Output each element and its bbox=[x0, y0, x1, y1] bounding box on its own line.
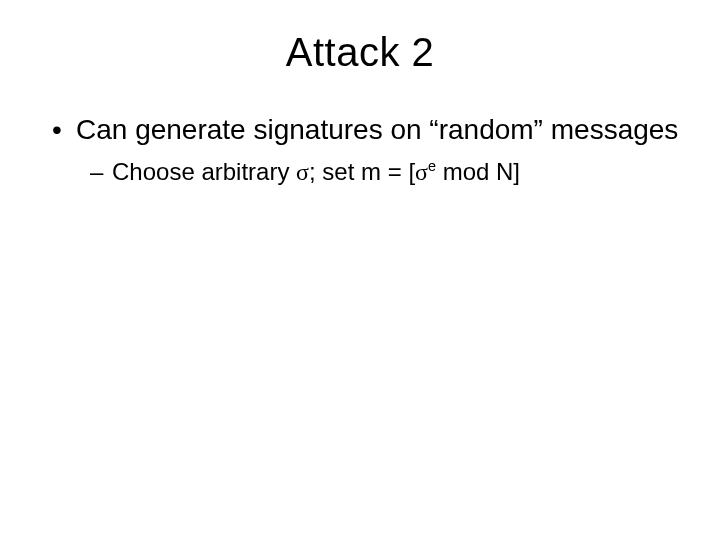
bullet-text: ; set m = [ bbox=[309, 158, 415, 185]
slide: Attack 2 Can generate signatures on “ran… bbox=[0, 0, 720, 540]
bullet-text: Can generate signatures on bbox=[76, 114, 429, 145]
bullet-text: messages bbox=[543, 114, 678, 145]
bullet-text: mod N] bbox=[436, 158, 520, 185]
superscript-e: e bbox=[428, 158, 436, 174]
bullet-level-1: Can generate signatures on “random” mess… bbox=[52, 113, 680, 147]
slide-title: Attack 2 bbox=[40, 30, 680, 75]
bullet-text: “random” bbox=[429, 114, 543, 145]
sigma-symbol: σ bbox=[415, 159, 428, 185]
sigma-symbol: σ bbox=[296, 159, 309, 185]
bullet-level-2: Choose arbitrary σ; set m = [σe mod N] bbox=[90, 157, 680, 187]
bullet-text: Choose arbitrary bbox=[112, 158, 296, 185]
